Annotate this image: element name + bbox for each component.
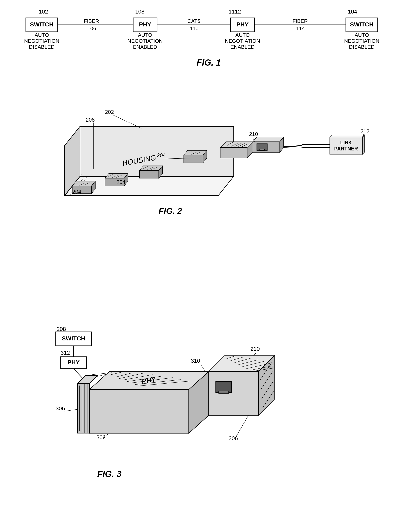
fig1-label-106: 106 [88,25,96,31]
fig3-ref-208: 208 [57,326,66,332]
fig3-phy-small-label: PHY [67,359,80,366]
fig1-phy1-desc1: AUTO [138,32,152,38]
fig2-diagram: HOUSING [40,103,378,219]
fig2-rj45-latch [260,149,264,150]
fig1-fiber1-label: FIBER [84,18,99,24]
fig1-switch1-desc2: NEGOTIATION [24,38,59,44]
fig3-switch-label: SWITCH [62,335,85,342]
fig1-switch2-desc2: NEGOTIATION [344,38,379,44]
fig2-ref-210: 210 [249,131,258,137]
fig2-phy-chip3-front [139,171,159,178]
page: 102 108 1112 104 SWITCH FIBER 106 PHY CA… [0,0,420,530]
fig2-ref-204c: 204 [72,189,81,195]
fig2-linkpartner-top [330,135,364,137]
fig3-left-conn-top [77,376,97,383]
fig2-cable [284,145,330,147]
fig1-switch2-desc1: AUTO [355,32,369,38]
fig3-ref-310: 310 [191,358,200,364]
fig1-switch1-label: SWITCH [30,21,53,28]
fig1-fiber2-label: FIBER [293,18,308,24]
fig1-title: FIG. 1 [196,58,221,67]
fig1-switch2-label: SWITCH [350,21,374,28]
fig3-arrow-306b [235,415,248,439]
fig2-container: HOUSING [12,103,405,219]
fig2-linkpartner-label2: PARTNER [334,146,358,151]
fig2-transceiver-front [220,147,247,158]
fig3-ref-210: 210 [250,346,260,352]
fig3-title: FIG. 3 [97,469,121,479]
fig3-arrow-306a [64,409,77,411]
fig3-left-conn-face [77,383,90,433]
fig2-ref-204a: 204 [157,152,166,158]
fig1-phy2-label: PHY [236,21,249,28]
fig3-right-conn-front [209,372,258,415]
fig3-ref-306a: 306 [56,405,65,412]
fig3-ref-312: 312 [61,350,70,356]
fig1-container: 102 108 1112 104 SWITCH FIBER 106 PHY CA… [12,8,405,72]
fig1-phy1-label: PHY [139,21,151,28]
fig2-ref-208: 208 [86,117,95,123]
fig2-connector-top [253,137,284,142]
fig3-rj45-latch [219,391,229,394]
fig1-phy1-desc3: ENABLED [133,44,157,50]
fig1-phy2-desc1: AUTO [235,32,250,38]
fig2-title: FIG. 2 [159,206,182,216]
fig2-cable-outline [284,147,330,148]
fig3-diagram: SWITCH PHY [50,318,368,497]
fig1-diagram: 102 108 1112 104 SWITCH FIBER 106 PHY CA… [20,8,398,72]
fig1-phy2-desc2: NEGOTIATION [225,38,260,44]
fig1-label-108: 108 [135,9,145,15]
fig1-label-112: 1112 [229,9,241,15]
fig1-switch1-desc3: DISABLED [29,44,55,50]
fig1-phy1-desc2: NEGOTIATION [127,38,163,44]
fig1-label-102: 102 [39,9,48,15]
fig1-label-104: 104 [348,9,357,15]
fig1-cat5-label: CAT5 [187,18,200,24]
fig2-linkpartner-label1: LINK [340,140,352,145]
fig3-rj45-opening [216,382,232,393]
fig1-label-110: 110 [190,25,198,31]
fig2-ref-204b: 204 [117,179,125,185]
fig3-ref-302: 302 [96,434,106,440]
fig2-linkpartner-side [362,135,364,154]
fig1-switch1-desc1: AUTO [35,32,49,38]
fig2-ref-212: 212 [360,128,370,134]
fig1-switch2-desc3: DISABLED [349,44,375,50]
fig1-phy2-desc3: ENABLED [230,44,255,50]
fig3-container: SWITCH PHY [12,318,405,497]
fig2-ref-202: 202 [105,109,114,115]
fig3-module-front [90,389,189,433]
fig1-label-114: 114 [296,25,305,31]
